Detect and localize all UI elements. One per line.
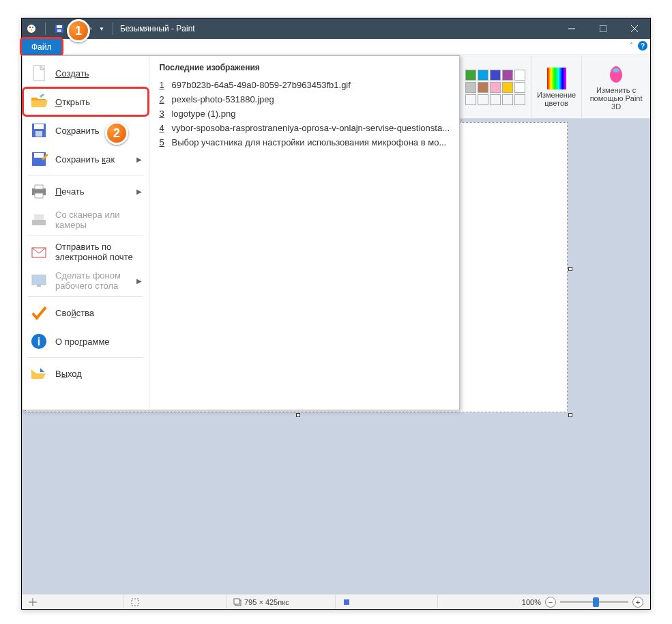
open-folder-icon — [29, 92, 48, 111]
menu-exit[interactable]: Выход — [23, 359, 149, 388]
zoom-slider[interactable] — [560, 601, 628, 603]
maximize-button[interactable] — [587, 18, 619, 39]
menu-print[interactable]: Печать ▶ — [23, 177, 149, 205]
svg-text:i: i — [38, 336, 40, 348]
cursor-pos-icon — [29, 598, 37, 606]
svg-point-0 — [27, 25, 35, 33]
recent-item[interactable]: 2pexels-photo-531880.jpeg — [159, 92, 450, 107]
exit-icon — [29, 364, 48, 383]
status-bar: 795 × 425пкс 100% − + — [22, 594, 650, 609]
canvas-size-text: 795 × 425пкс — [244, 598, 289, 606]
svg-point-11 — [613, 68, 619, 72]
paint-app-icon — [26, 23, 37, 34]
svg-rect-20 — [35, 193, 43, 198]
edit-colors-button[interactable]: Изменение цветов — [531, 56, 582, 118]
zoom-in-button[interactable]: + — [632, 597, 643, 608]
save-as-icon — [29, 150, 48, 169]
annotation-badge-1: 1 — [67, 19, 90, 42]
menu-about[interactable]: i О программе — [23, 327, 149, 356]
chevron-right-icon: ▶ — [136, 188, 142, 195]
svg-rect-25 — [37, 285, 41, 287]
svg-rect-5 — [57, 25, 62, 28]
zoom-level-text: 100% — [522, 598, 541, 606]
printer-icon — [29, 182, 48, 201]
rainbow-icon — [547, 68, 566, 89]
svg-rect-21 — [32, 220, 46, 225]
ribbon-collapse-icon[interactable]: ˆ — [630, 42, 632, 50]
recent-item[interactable]: 3logotype (1).png — [159, 107, 450, 121]
selection-icon — [131, 598, 139, 606]
info-icon: i — [29, 332, 48, 351]
file-tab[interactable]: Файл — [20, 37, 63, 57]
save-icon[interactable] — [54, 23, 65, 34]
window-title: Безымянный - Paint — [117, 24, 195, 33]
save-disk-icon — [29, 121, 48, 140]
menu-create[interactable]: Создать — [23, 59, 149, 87]
paint3d-button[interactable]: Изменить с помощью Paint 3D — [582, 56, 650, 118]
svg-rect-15 — [35, 131, 42, 137]
ribbon-colors-section: Изменение цветов Изменить с помощью Pain… — [459, 56, 650, 119]
svg-point-3 — [31, 29, 33, 31]
svg-rect-14 — [34, 124, 44, 129]
svg-rect-24 — [32, 275, 46, 285]
close-button[interactable] — [619, 18, 650, 39]
paint-window: ▼ Безымянный - Paint Файл ˆ ? Изменение — [21, 18, 651, 610]
menu-email[interactable]: Отправить по электронной почте — [23, 238, 149, 266]
menu-properties[interactable]: Свойства — [23, 298, 149, 327]
filesize-icon — [342, 598, 351, 606]
annotation-badge-2: 2 — [105, 122, 128, 145]
menu-open[interactable]: Открыть — [23, 87, 149, 116]
zoom-out-button[interactable]: − — [545, 597, 556, 608]
svg-rect-22 — [34, 214, 44, 220]
svg-rect-17 — [34, 153, 44, 158]
recent-item[interactable]: 1697b023b-64a5-49a0-8059-27b963453fb1.gi… — [159, 78, 450, 92]
menu-save-as[interactable]: Сохранить как ▶ — [23, 145, 149, 173]
svg-point-2 — [32, 27, 34, 29]
minimize-button[interactable] — [556, 18, 587, 39]
email-icon — [29, 242, 48, 261]
recent-title: Последние изображения — [159, 63, 450, 72]
svg-rect-32 — [234, 599, 239, 604]
color-swatches[interactable] — [465, 70, 525, 105]
chevron-right-icon: ▶ — [136, 277, 142, 285]
ribbon-tabs: Файл ˆ ? — [22, 39, 650, 55]
zoom-control: 100% − + — [515, 597, 650, 608]
menu-save[interactable]: Сохранить — [23, 116, 149, 145]
file-menu: Создать Открыть Сохранить Сохранить как … — [22, 55, 460, 410]
desktop-icon — [29, 271, 48, 290]
svg-point-1 — [29, 27, 31, 29]
recent-item[interactable]: 4vybor-sposoba-rasprostraneniya-oprosa-v… — [159, 121, 450, 135]
resize-handle-right[interactable] — [568, 267, 572, 271]
svg-rect-6 — [57, 29, 61, 32]
paint3d-icon — [606, 64, 626, 85]
size-icon — [233, 598, 242, 606]
menu-desktop-bg: Сделать фоном рабочего стола ▶ — [23, 266, 149, 295]
qat-dropdown-icon[interactable]: ▼ — [99, 26, 104, 32]
scanner-icon — [29, 210, 48, 229]
quick-access-toolbar: ▼ — [22, 23, 108, 35]
svg-rect-19 — [35, 185, 43, 189]
svg-rect-8 — [600, 25, 607, 32]
new-file-icon — [29, 63, 48, 83]
title-bar: ▼ Безымянный - Paint — [22, 18, 650, 39]
checkmark-icon — [29, 303, 48, 322]
svg-rect-33 — [344, 599, 349, 605]
resize-handle-bottom[interactable] — [296, 413, 300, 417]
recent-item[interactable]: 5Выбор участника для настройки использов… — [159, 135, 450, 150]
svg-rect-30 — [132, 599, 138, 606]
menu-scanner: Со сканера или камеры — [23, 205, 149, 234]
help-icon[interactable]: ? — [638, 41, 647, 51]
resize-handle-corner[interactable] — [568, 413, 572, 417]
chevron-right-icon: ▶ — [136, 156, 142, 163]
